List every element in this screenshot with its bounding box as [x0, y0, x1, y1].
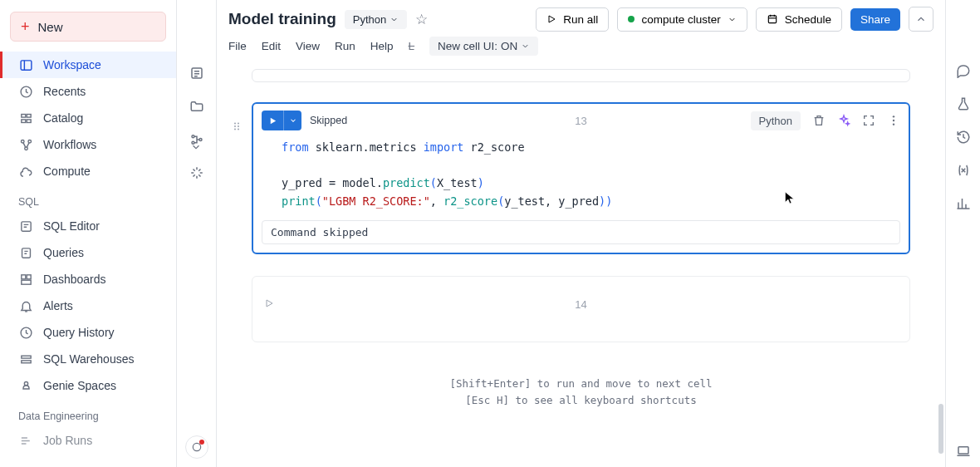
play-icon — [268, 116, 277, 125]
sidebar-item-catalog[interactable]: Catalog — [0, 105, 176, 131]
scrollbar-thumb[interactable] — [938, 404, 943, 454]
share-label: Share — [860, 13, 890, 26]
assistant-sparkle-icon[interactable] — [837, 114, 850, 127]
svg-point-29 — [234, 123, 236, 125]
runs-icon — [18, 433, 33, 448]
expand-icon[interactable] — [862, 114, 875, 127]
sidebar-item-label: Query History — [43, 326, 115, 339]
sidebar-item-dashboards[interactable]: Dashboards — [0, 266, 176, 292]
svg-rect-16 — [21, 356, 30, 358]
svg-point-34 — [238, 129, 239, 130]
sidebar-item-label: Catalog — [43, 111, 83, 125]
hint-line: [Esc H] to see all keyboard shortcuts — [232, 392, 930, 409]
de-nav: Job Runs — [0, 427, 176, 454]
sidebar-item-label: SQL Warehouses — [43, 352, 134, 366]
sidebar-item-query-history[interactable]: Query History — [0, 319, 176, 346]
menu-help[interactable]: Help — [370, 40, 394, 52]
menu-view[interactable]: View — [296, 40, 320, 52]
sidebar-item-genie-spaces[interactable]: Genie Spaces — [0, 372, 176, 399]
schedule-button[interactable]: Schedule — [756, 7, 842, 32]
svg-rect-13 — [27, 274, 31, 278]
new-button[interactable]: + New — [10, 12, 166, 42]
chevron-down-icon — [728, 15, 737, 24]
language-dropdown[interactable]: Python — [345, 10, 407, 29]
cell-ui-toggle[interactable]: New cell UI: ON — [429, 37, 538, 56]
sidebar-item-recents[interactable]: Recents — [0, 78, 176, 105]
keyboard-hints: [Shift+Enter] to run and move to next ce… — [232, 342, 930, 425]
sidebar-item-alerts[interactable]: Alerts — [0, 292, 176, 319]
svg-point-31 — [234, 125, 236, 127]
chevron-up-icon — [915, 13, 927, 25]
trash-icon[interactable] — [812, 114, 826, 127]
svg-rect-17 — [21, 360, 30, 362]
folder-icon[interactable] — [189, 98, 205, 115]
chevron-down-icon[interactable] — [190, 141, 202, 153]
cell-ui-label: New cell UI: ON — [438, 40, 517, 52]
share-button[interactable]: Share — [850, 8, 900, 31]
svg-point-20 — [192, 135, 194, 138]
run-cell-button[interactable] — [262, 111, 283, 130]
laptop-icon[interactable] — [956, 444, 971, 459]
calendar-icon — [767, 13, 778, 25]
sidebar-item-sql-editor[interactable]: SQL Editor — [0, 213, 176, 239]
history-icon[interactable] — [956, 130, 971, 145]
cell-execution-number: 13 — [575, 115, 586, 127]
svg-marker-39 — [267, 300, 272, 307]
language-label: Python — [353, 13, 386, 26]
sparkle-icon[interactable] — [189, 165, 205, 181]
toc-icon[interactable] — [189, 65, 205, 81]
notebook-content[interactable]: Skipped 13 Python from sklearn.metrics i… — [217, 64, 945, 467]
sql-section-header: SQL — [0, 184, 176, 213]
collapse-panel-button[interactable] — [909, 7, 933, 32]
sidebar-item-label: Compute — [43, 165, 91, 178]
activity-indicator-icon[interactable] — [185, 435, 208, 459]
cluster-dropdown[interactable]: compute cluster — [617, 7, 747, 32]
sidebar-item-workflows[interactable]: Workflows — [0, 131, 176, 158]
cell-code-editor[interactable]: from sklearn.metrics import r2_score y_p… — [253, 137, 909, 220]
kebab-menu-icon[interactable] — [887, 114, 900, 127]
svg-point-23 — [193, 443, 200, 450]
sidebar-item-compute[interactable]: Compute — [0, 158, 176, 184]
menubar: File Edit View Run Help L New cell UI: O… — [217, 33, 945, 64]
run-button-group — [262, 111, 301, 130]
drag-handle-icon[interactable] — [232, 119, 242, 134]
run-all-button[interactable]: Run all — [536, 7, 609, 32]
flask-icon[interactable] — [956, 96, 971, 111]
sidebar-item-sql-warehouses[interactable]: SQL Warehouses — [0, 346, 176, 372]
sidebar-item-queries[interactable]: Queries — [0, 239, 176, 266]
code-cell-13[interactable]: Skipped 13 Python from sklearn.metrics i… — [252, 102, 910, 254]
comment-icon[interactable] — [956, 63, 971, 78]
run-all-label: Run all — [563, 13, 598, 26]
sql-icon — [18, 219, 33, 234]
menu-edit[interactable]: Edit — [262, 40, 281, 52]
variables-icon[interactable] — [956, 163, 971, 178]
sidebar-item-label: Workspace — [43, 58, 101, 71]
cell-language-pill[interactable]: Python — [751, 111, 801, 130]
svg-point-32 — [238, 125, 239, 127]
sidebar-item-job-runs[interactable]: Job Runs — [0, 427, 176, 454]
schedule-label: Schedule — [785, 13, 831, 26]
cell-status: Skipped — [310, 115, 347, 126]
star-icon[interactable]: ☆ — [415, 11, 428, 28]
menu-run[interactable]: Run — [335, 40, 355, 52]
code-cell-14[interactable]: 14 — [252, 276, 910, 342]
data-engineering-header: Data Engineering — [0, 399, 176, 427]
chevron-down-icon — [521, 42, 530, 51]
notebook-tool-rail — [177, 0, 217, 467]
play-icon[interactable] — [264, 298, 274, 308]
chart-icon[interactable] — [956, 196, 971, 211]
menu-file[interactable]: File — [228, 40, 247, 52]
svg-point-36 — [893, 116, 894, 117]
notebook-title[interactable]: Model training — [228, 10, 336, 28]
sidebar-item-workspace[interactable]: Workspace — [0, 52, 176, 78]
sidebar-item-label: Alerts — [43, 299, 73, 312]
svg-rect-3 — [21, 114, 25, 117]
run-cell-dropdown[interactable] — [283, 111, 301, 130]
svg-rect-6 — [27, 119, 31, 122]
sidebar-item-label: Dashboards — [43, 273, 106, 286]
svg-point-30 — [238, 123, 239, 125]
warehouse-icon — [18, 351, 33, 366]
panel-icon — [18, 57, 33, 72]
status-dot-icon — [628, 16, 635, 22]
svg-marker-24 — [549, 16, 555, 22]
